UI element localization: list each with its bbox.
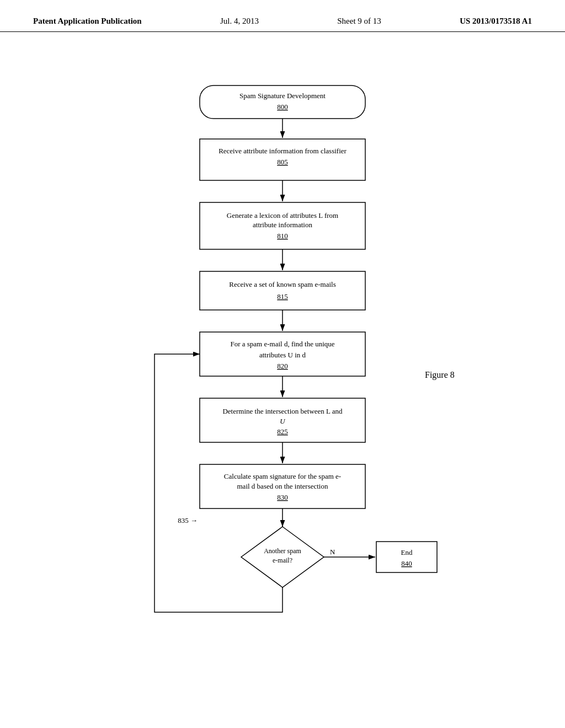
- svg-text:830: 830: [277, 493, 288, 501]
- svg-text:Calculate spam signature for t: Calculate spam signature for the spam e-: [224, 472, 341, 480]
- svg-rect-30: [200, 464, 365, 508]
- svg-text:mail d based on the intersecti: mail d based on the intersection: [237, 482, 328, 490]
- flowchart-svg: Spam Signature Development 800 Receive a…: [0, 0, 565, 728]
- svg-text:Figure 8: Figure 8: [425, 370, 455, 380]
- page-header: Patent Application Publication Jul. 4, 2…: [0, 0, 565, 32]
- svg-rect-16: [200, 271, 365, 310]
- date-label: Jul. 4, 2013: [220, 17, 259, 26]
- svg-rect-25: [200, 398, 365, 442]
- svg-text:835 →: 835 →: [178, 516, 198, 524]
- svg-text:820: 820: [277, 362, 288, 370]
- svg-rect-3: [200, 85, 365, 119]
- svg-text:N: N: [330, 548, 335, 556]
- svg-text:attribute information: attribute information: [253, 221, 312, 229]
- svg-rect-11: [200, 202, 365, 249]
- svg-rect-20: [200, 332, 365, 376]
- svg-text:Receive a set of known spam e-: Receive a set of known spam e-mails: [229, 280, 336, 288]
- svg-text:810: 810: [277, 232, 288, 240]
- svg-text:805: 805: [277, 158, 288, 166]
- svg-text:Determine the intersection bet: Determine the intersection between L and: [222, 407, 343, 415]
- svg-text:840: 840: [401, 559, 412, 568]
- svg-text:Spam Signature Development: Spam Signature Development: [239, 92, 326, 100]
- svg-text:U: U: [280, 417, 286, 425]
- patent-number: US 2013/0173518 A1: [460, 17, 532, 26]
- svg-text:End: End: [401, 548, 413, 556]
- svg-text:attributes U in d: attributes U in d: [259, 351, 306, 359]
- publication-label: Patent Application Publication: [33, 17, 142, 26]
- svg-text:Generate a lexicon of attribut: Generate a lexicon of attributes L from: [227, 211, 338, 220]
- svg-marker-36: [241, 527, 324, 587]
- svg-rect-41: [376, 542, 437, 572]
- sheet-label: Sheet 9 of 13: [337, 17, 381, 26]
- svg-text:e-mail?: e-mail?: [273, 556, 292, 564]
- svg-rect-7: [200, 139, 365, 180]
- svg-text:For a spam e-mail d, find the : For a spam e-mail d, find the unique: [230, 340, 334, 348]
- svg-text:Receive attribute information : Receive attribute information from class…: [218, 147, 347, 155]
- svg-text:825: 825: [277, 427, 288, 436]
- svg-text:800: 800: [277, 103, 288, 111]
- svg-text:Another spam: Another spam: [264, 547, 301, 555]
- svg-text:815: 815: [277, 292, 288, 301]
